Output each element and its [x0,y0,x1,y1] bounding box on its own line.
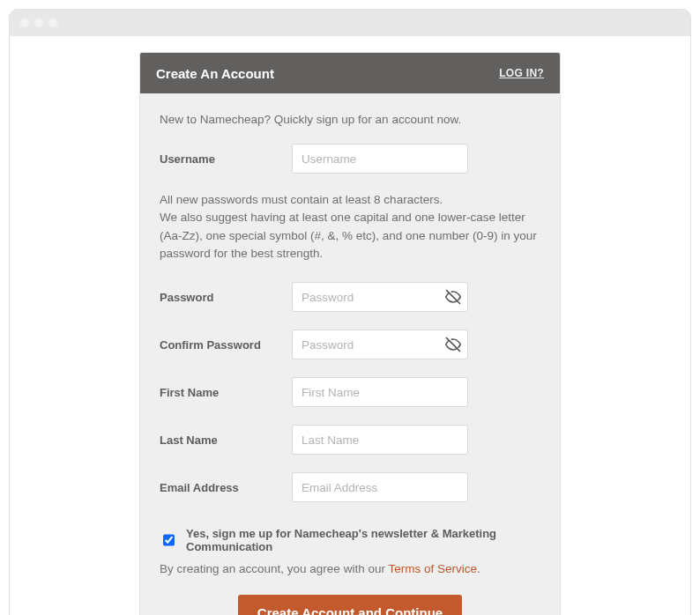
password-input-wrap [292,282,468,312]
last-name-input-wrap [292,425,468,455]
create-account-button[interactable]: Create Account and Continue [238,595,462,615]
confirm-password-input[interactable] [292,330,468,359]
signup-panel: Create An Account LOG IN? New to Nameche… [139,52,561,615]
panel-header: Create An Account LOG IN? [140,53,560,93]
field-username: Username [160,144,540,174]
confirm-password-input-wrap [292,330,468,359]
terms-link[interactable]: Terms of Service [388,562,477,575]
field-password: Password [160,282,540,312]
terms-text: By creating an account, you agree with o… [160,562,540,575]
email-label: Email Address [160,481,292,494]
username-input[interactable] [292,144,468,174]
submit-row: Create Account and Continue [160,595,540,615]
eye-off-icon[interactable] [445,337,461,352]
first-name-input-wrap [292,377,468,407]
email-input-wrap [292,472,468,502]
terms-prefix: By creating an account, you agree with o… [160,562,388,575]
intro-text: New to Namecheap? Quickly sign up for an… [160,113,540,126]
terms-suffix: . [477,562,480,575]
first-name-label: First Name [160,386,292,399]
browser-window: Create An Account LOG IN? New to Nameche… [9,9,691,615]
panel-title: Create An Account [156,66,274,81]
last-name-label: Last Name [160,433,292,447]
username-label: Username [160,152,292,166]
field-first-name: First Name [160,377,540,407]
email-input[interactable] [292,472,468,502]
window-dot [34,19,43,27]
window-dot [48,19,57,27]
username-input-wrap [292,144,468,174]
field-confirm-password: Confirm Password [160,330,540,359]
field-email: Email Address [160,472,540,502]
newsletter-row: Yes, sign me up for Namecheap's newslett… [160,527,540,553]
newsletter-label: Yes, sign me up for Namecheap's newslett… [186,527,540,553]
viewport: Create An Account LOG IN? New to Nameche… [10,36,690,615]
password-label: Password [160,291,292,304]
window-titlebar [10,10,690,36]
confirm-password-label: Confirm Password [160,338,292,352]
window-dot [20,19,29,27]
last-name-input[interactable] [292,425,468,455]
newsletter-checkbox[interactable] [163,534,175,546]
password-note: All new passwords must contain at least … [160,191,540,263]
password-input[interactable] [292,282,468,312]
field-last-name: Last Name [160,425,540,455]
eye-off-icon[interactable] [445,289,461,305]
panel-body: New to Namecheap? Quickly sign up for an… [140,93,560,615]
login-link[interactable]: LOG IN? [499,67,544,79]
first-name-input[interactable] [292,377,468,407]
